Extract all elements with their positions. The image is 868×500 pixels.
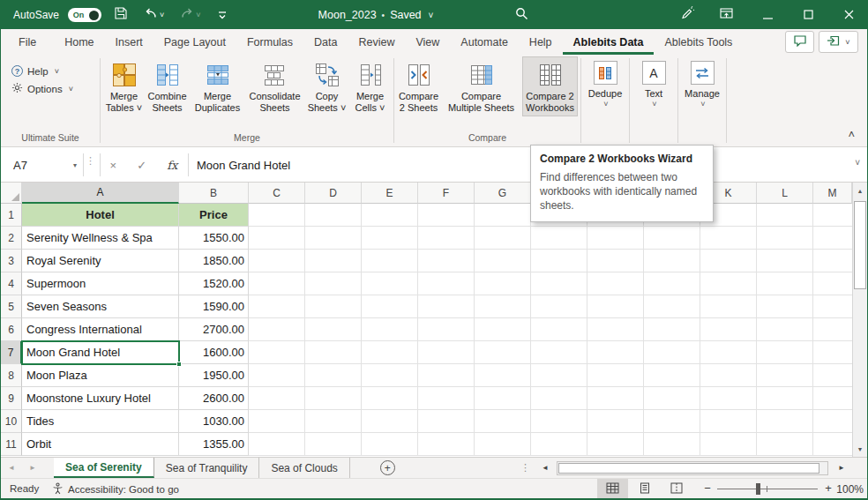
cell-price[interactable]: 1950.00 bbox=[179, 364, 249, 387]
tab-insert[interactable]: Insert bbox=[105, 29, 153, 55]
scroll-down-icon[interactable]: ▼ bbox=[853, 441, 867, 457]
insert-function-icon[interactable]: fx bbox=[167, 159, 177, 172]
cell-price[interactable]: 1355.00 bbox=[179, 433, 249, 456]
page-break-preview-button[interactable] bbox=[661, 479, 692, 499]
minimize-button[interactable] bbox=[747, 1, 788, 29]
collapse-ribbon-button[interactable]: ˄ bbox=[848, 128, 855, 141]
cell-hotel[interactable]: Orbit bbox=[22, 433, 179, 456]
new-sheet-button[interactable]: + bbox=[380, 460, 395, 475]
cell-price[interactable]: 1590.00 bbox=[179, 295, 249, 318]
cell-hotel[interactable]: Royal Serenity bbox=[22, 250, 179, 272]
merge-tables-button[interactable]: Merge Tables ˅ bbox=[103, 56, 145, 116]
column-header-b[interactable]: B bbox=[179, 183, 249, 204]
cell-hotel[interactable]: Seven Seasons bbox=[22, 295, 179, 318]
accessibility-status[interactable]: Accessibility: Good to go bbox=[52, 482, 179, 496]
compare-2-workbooks-button[interactable]: Compare 2 Workbooks bbox=[522, 56, 578, 116]
scroll-up-icon[interactable]: ▲ bbox=[853, 183, 867, 198]
empty-cells[interactable] bbox=[249, 341, 852, 364]
tab-page-layout[interactable]: Page Layout bbox=[153, 29, 236, 55]
cell-hotel[interactable]: Serenity Wellness & Spa bbox=[22, 227, 179, 250]
cell-price[interactable]: 1520.00 bbox=[179, 272, 249, 295]
row-header[interactable]: 8 bbox=[1, 364, 22, 387]
row-header[interactable]: 3 bbox=[1, 250, 22, 272]
undo-button[interactable]: ˅ bbox=[140, 4, 168, 26]
dedupe-button[interactable]: Dedupe ˅ bbox=[581, 55, 629, 146]
compare-multiple-sheets-button[interactable]: Compare Multiple Sheets bbox=[440, 56, 522, 116]
column-header-c[interactable]: C bbox=[249, 183, 305, 204]
tab-formulas[interactable]: Formulas bbox=[236, 29, 303, 55]
editing-pen-button[interactable] bbox=[673, 4, 701, 26]
row-header[interactable]: 2 bbox=[1, 227, 22, 250]
name-box-chevron-icon[interactable]: ▾ bbox=[73, 161, 77, 169]
tab-file[interactable]: File bbox=[8, 29, 47, 55]
combine-sheets-button[interactable]: Combine Sheets bbox=[145, 56, 190, 116]
sheet-nav-left-icon[interactable]: ◄ bbox=[1, 458, 22, 478]
comments-button[interactable] bbox=[785, 31, 814, 53]
cell-hotel[interactable]: Moonstone Luxury Hotel bbox=[22, 387, 179, 410]
sheet-tab-sea-of-clouds[interactable]: Sea of Clouds bbox=[259, 458, 349, 478]
row-header[interactable]: 4 bbox=[1, 272, 22, 295]
zoom-level[interactable]: 100% bbox=[835, 483, 864, 496]
scroll-right-icon[interactable]: ► bbox=[834, 460, 849, 475]
expand-formula-bar-chevron-icon[interactable]: ˅ bbox=[855, 158, 860, 168]
row-header[interactable]: 11 bbox=[1, 433, 22, 456]
row-header[interactable]: 9 bbox=[1, 387, 22, 410]
zoom-out-button[interactable]: − bbox=[700, 481, 715, 495]
consolidate-sheets-button[interactable]: Consolidate Sheets bbox=[245, 56, 304, 116]
empty-cells[interactable] bbox=[249, 250, 852, 272]
ribbon-display-options-button[interactable] bbox=[712, 4, 740, 26]
merge-cells-button[interactable]: Merge Cells ˅ bbox=[349, 56, 391, 116]
row-header[interactable]: 5 bbox=[1, 295, 22, 318]
empty-cells[interactable] bbox=[249, 318, 852, 341]
column-header-d[interactable]: D bbox=[305, 183, 362, 204]
vertical-scrollbar-thumb[interactable] bbox=[854, 201, 866, 289]
horizontal-scrollbar-thumb[interactable] bbox=[558, 463, 819, 474]
tab-automate[interactable]: Automate bbox=[450, 29, 519, 55]
cell-a7-selected[interactable]: Moon Grand Hotel bbox=[22, 341, 179, 364]
empty-cells[interactable] bbox=[249, 295, 852, 318]
tab-ablebits-data[interactable]: Ablebits Data bbox=[563, 29, 655, 55]
empty-cells[interactable] bbox=[249, 387, 852, 410]
tab-bar-resizer[interactable]: ⋮ bbox=[520, 462, 530, 474]
column-header-f[interactable]: F bbox=[418, 183, 475, 204]
column-header-m[interactable]: M bbox=[813, 183, 852, 204]
save-button[interactable] bbox=[110, 4, 131, 26]
options-menu-button[interactable]: Options ˅ bbox=[1, 79, 100, 98]
tab-review[interactable]: Review bbox=[348, 29, 405, 55]
fill-handle[interactable] bbox=[176, 362, 182, 367]
manage-button[interactable]: Manage ˅ bbox=[678, 55, 726, 146]
merge-duplicates-button[interactable]: Merge Duplicates bbox=[190, 56, 245, 116]
vertical-scrollbar[interactable]: ▲ ▼ bbox=[852, 183, 867, 457]
cell-hotel[interactable]: Moon Plaza bbox=[22, 364, 179, 387]
row-header-selected[interactable]: 7 bbox=[1, 341, 22, 364]
normal-view-button[interactable] bbox=[597, 479, 628, 499]
cell-price[interactable]: 1550.00 bbox=[179, 227, 249, 250]
select-all-corner[interactable] bbox=[1, 183, 22, 204]
copy-sheets-button[interactable]: Copy Sheets ˅ bbox=[304, 56, 349, 116]
sheet-tab-sea-of-tranquility[interactable]: Sea of Tranquility bbox=[154, 458, 260, 478]
customize-quick-access-toolbar-button[interactable] bbox=[213, 4, 231, 26]
sheet-tab-sea-of-serenity[interactable]: Sea of Serenity bbox=[54, 458, 154, 478]
cell-price[interactable]: 1030.00 bbox=[179, 410, 249, 433]
zoom-slider-track[interactable] bbox=[717, 489, 818, 489]
search-button[interactable] bbox=[508, 4, 535, 26]
maximize-button[interactable] bbox=[788, 1, 828, 29]
tab-ablebits-tools[interactable]: Ablebits Tools bbox=[654, 29, 743, 55]
empty-cells[interactable] bbox=[249, 364, 852, 387]
enter-check-icon[interactable]: ✓ bbox=[137, 159, 146, 172]
tab-help[interactable]: Help bbox=[519, 29, 563, 55]
share-button[interactable]: ˅ bbox=[819, 31, 858, 53]
horizontal-scrollbar[interactable] bbox=[557, 461, 828, 475]
formula-bar-resizer[interactable]: ⋮ bbox=[86, 157, 95, 165]
row-header[interactable]: 6 bbox=[1, 318, 22, 341]
zoom-in-button[interactable]: + bbox=[821, 481, 835, 495]
close-button[interactable] bbox=[828, 1, 868, 29]
zoom-slider-thumb[interactable] bbox=[756, 483, 760, 495]
text-button[interactable]: A Text ˅ bbox=[630, 55, 677, 146]
name-box[interactable]: A7 ▾ bbox=[6, 153, 82, 176]
redo-button[interactable]: ˅ bbox=[176, 4, 204, 26]
undo-menu-chevron-icon[interactable]: ˅ bbox=[160, 11, 164, 19]
tab-home[interactable]: Home bbox=[54, 29, 104, 55]
help-menu-button[interactable]: ? Help ˅ bbox=[1, 63, 100, 79]
document-title[interactable]: Moon_2023 • Saved ˅ bbox=[301, 1, 451, 29]
